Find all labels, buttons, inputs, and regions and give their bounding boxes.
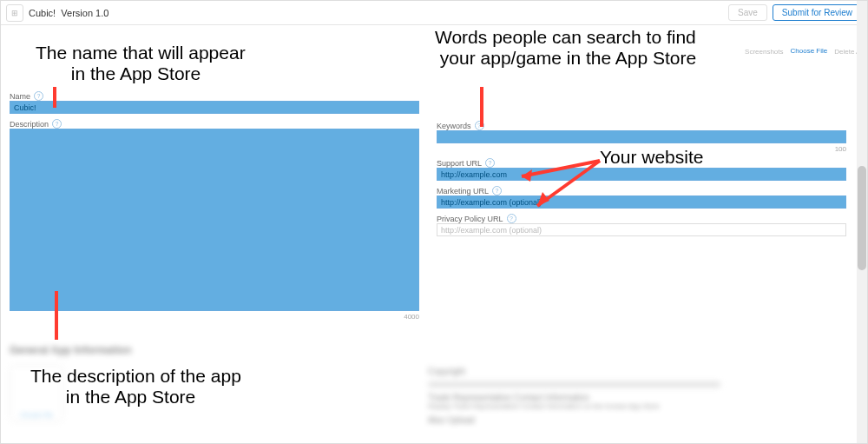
app-icon-upload[interactable]: Choose File: [10, 365, 63, 422]
privacy-url-input[interactable]: http://example.com (optional): [437, 223, 846, 236]
general-app-information-section: General App Information Choose File Copy…: [1, 339, 855, 443]
keywords-char-count: 100: [437, 145, 846, 153]
keywords-input[interactable]: [437, 130, 846, 143]
name-label: Name ?: [10, 91, 419, 101]
help-icon[interactable]: ?: [485, 158, 495, 168]
help-icon[interactable]: ?: [475, 121, 484, 130]
support-url-input[interactable]: http://example.com: [437, 168, 846, 181]
scrollbar[interactable]: [857, 1, 867, 443]
description-char-count: 4000: [10, 313, 419, 321]
support-url-label: Support URL ?: [437, 158, 846, 168]
marketing-url-input[interactable]: http://example.com (optional): [437, 195, 846, 209]
marketing-url-label: Marketing URL ?: [437, 186, 846, 195]
description-textarea[interactable]: [10, 129, 419, 311]
app-title: Cubic! Version 1.0: [29, 8, 108, 18]
description-label: Description ?: [10, 119, 419, 129]
help-icon[interactable]: ?: [34, 91, 43, 101]
app-icon: ⊞: [6, 4, 23, 22]
keywords-label: Keywords ?: [437, 121, 846, 130]
help-icon[interactable]: ?: [52, 119, 62, 129]
name-input[interactable]: Cubic!: [10, 101, 419, 114]
submit-for-review-button[interactable]: Submit for Review: [773, 4, 862, 21]
save-button[interactable]: Save: [728, 4, 767, 21]
help-icon[interactable]: ?: [507, 214, 516, 223]
privacy-url-label: Privacy Policy URL ?: [437, 214, 846, 223]
help-icon[interactable]: ?: [492, 186, 502, 195]
